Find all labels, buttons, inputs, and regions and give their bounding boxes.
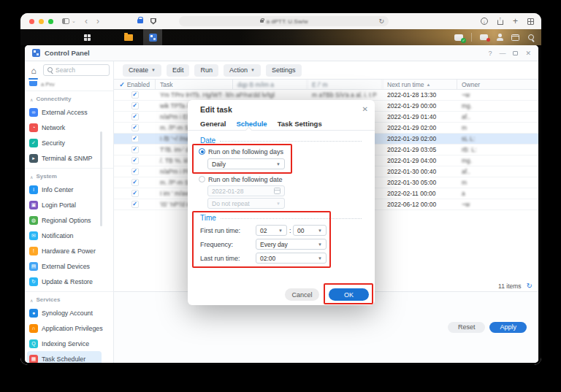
sidebar-item[interactable]: ▸ Terminal & SNMP bbox=[27, 150, 102, 166]
back-button[interactable]: ‹ bbox=[85, 16, 88, 26]
sidebar-item-label: Update & Restore bbox=[42, 278, 93, 285]
enabled-checkbox[interactable]: ✓ bbox=[131, 91, 139, 99]
ok-button[interactable]: OK bbox=[329, 288, 369, 301]
sidebar-section-header[interactable]: ∧ Services bbox=[25, 291, 113, 305]
column-blurred-2[interactable]: E /' m bbox=[308, 80, 383, 89]
widgets-icon[interactable] bbox=[511, 34, 519, 41]
table-row[interactable]: ✓ Ym TPrv IHTb. Hg/WT· lt/n aP/na'dd lv/… bbox=[114, 90, 538, 101]
cancel-button[interactable]: Cancel bbox=[285, 288, 319, 301]
new-tab-icon[interactable]: + bbox=[513, 17, 518, 26]
minute-select[interactable]: 00▼ bbox=[293, 225, 327, 236]
sidebar-item[interactable]: ✉ Notification bbox=[27, 228, 102, 243]
date-picker-disabled[interactable]: 2022-01-28 bbox=[207, 185, 285, 196]
sidebar-item-icon: ∞ bbox=[29, 108, 38, 117]
next-run-time: 2022-01-29 02:00 bbox=[383, 135, 457, 142]
home-button[interactable]: ⌂ bbox=[28, 64, 39, 77]
zoom-window-button[interactable] bbox=[48, 19, 53, 24]
sidebar-item[interactable]: ∞ External Access bbox=[27, 104, 102, 120]
user-menu-icon[interactable] bbox=[496, 34, 503, 41]
sidebar-item[interactable]: ✓ Security bbox=[27, 135, 102, 150]
notifications-icon[interactable] bbox=[480, 34, 488, 40]
help-button[interactable]: ? bbox=[488, 50, 492, 57]
time-section-header: Time bbox=[200, 214, 362, 222]
window-title: Control Panel bbox=[45, 49, 90, 57]
sidebar-item[interactable]: ◔ Network bbox=[27, 120, 102, 135]
sidebar-section-header[interactable]: ∧ Connectivity bbox=[25, 91, 113, 104]
frequency-select[interactable]: Every day▼ bbox=[256, 239, 327, 250]
enabled-checkbox[interactable]: ✓ bbox=[131, 157, 139, 164]
column-enabled[interactable]: ✓Enabled bbox=[114, 80, 156, 89]
sidebar-scrollbar[interactable] bbox=[100, 131, 102, 226]
column-next-run-time[interactable]: Next run time▲ bbox=[383, 80, 457, 89]
sidebar-search-box[interactable] bbox=[43, 64, 110, 76]
privacy-shield-icon[interactable] bbox=[150, 18, 156, 25]
tab-overview-icon[interactable] bbox=[527, 18, 534, 25]
enabled-checkbox[interactable]: ✓ bbox=[131, 146, 139, 153]
column-blurred-1[interactable]: dqp B m/im a bbox=[233, 80, 308, 89]
enabled-checkbox[interactable]: ✓ bbox=[131, 201, 139, 208]
radio-run-on-date[interactable] bbox=[199, 176, 205, 182]
action-button[interactable]: Action▼ bbox=[224, 64, 261, 77]
sidebar-item[interactable]: ∩ Application Privileges bbox=[27, 320, 102, 336]
last-run-select[interactable]: 02:00▼ bbox=[256, 253, 327, 264]
sidebar-item[interactable]: ● Synology Account bbox=[27, 305, 102, 320]
package-health-icon[interactable] bbox=[454, 34, 463, 41]
sidebar-item[interactable]: ▦ Task Scheduler bbox=[27, 351, 102, 363]
sidebar-item[interactable]: ▤ External Devices bbox=[27, 258, 102, 274]
tab-divider bbox=[188, 130, 375, 131]
search-icon[interactable] bbox=[527, 34, 535, 42]
close-window-button[interactable] bbox=[29, 19, 34, 24]
enabled-checkbox[interactable]: ✓ bbox=[131, 135, 139, 142]
chevron-down-icon[interactable]: ⌄ bbox=[72, 18, 76, 24]
edit-button[interactable]: Edit bbox=[167, 64, 190, 77]
sidebar-item-label: Security bbox=[42, 139, 65, 147]
hour-select[interactable]: 02▼ bbox=[256, 225, 287, 236]
enabled-checkbox[interactable]: ✓ bbox=[131, 190, 139, 197]
sidebar-item[interactable]: ↻ Update & Restore bbox=[27, 274, 102, 289]
refresh-icon[interactable]: ↻ bbox=[527, 283, 533, 290]
settings-button[interactable]: Settings bbox=[266, 64, 302, 77]
sidebar-item[interactable]: Q Indexing Service bbox=[27, 336, 102, 351]
enabled-checkbox[interactable]: ✓ bbox=[131, 179, 139, 186]
sidebar-item-label: Terminal & SNMP bbox=[42, 155, 92, 162]
control-panel-taskbar-button[interactable] bbox=[143, 29, 162, 45]
maximize-button[interactable] bbox=[513, 51, 518, 55]
column-owner[interactable]: Owner bbox=[457, 80, 538, 89]
column-task[interactable]: Task bbox=[156, 80, 233, 89]
chevron-down-icon: ▼ bbox=[151, 68, 156, 72]
days-select[interactable]: Daily▼ bbox=[207, 158, 285, 169]
sidebar-item[interactable]: i Info Center bbox=[27, 182, 102, 197]
owner-blurred: mg. bbox=[457, 157, 538, 164]
reload-icon[interactable]: ↻ bbox=[378, 18, 384, 25]
downloads-icon[interactable]: ↓ bbox=[481, 18, 488, 25]
enabled-checkbox[interactable]: ✓ bbox=[131, 124, 139, 131]
address-bar[interactable]: a dPTT: U.Sw/w ↻ bbox=[179, 16, 389, 26]
minimize-button[interactable]: — bbox=[499, 50, 505, 57]
create-button[interactable]: Create▼ bbox=[123, 64, 161, 77]
main-menu-button[interactable] bbox=[77, 29, 96, 45]
sidebar-item-icon: ∩ bbox=[29, 324, 38, 333]
reset-button[interactable]: Reset bbox=[448, 322, 486, 333]
enabled-checkbox[interactable]: ✓ bbox=[131, 168, 139, 175]
apply-button[interactable]: Apply bbox=[489, 322, 527, 333]
share-icon[interactable] bbox=[497, 20, 503, 25]
dialog-close-icon[interactable]: ✕ bbox=[362, 105, 368, 113]
sidebar-toggle-icon[interactable] bbox=[62, 18, 69, 24]
first-run-time-label: First run time: bbox=[200, 227, 240, 234]
sidebar-partial-item[interactable]: a Pxv bbox=[25, 79, 113, 88]
file-station-icon[interactable] bbox=[124, 34, 133, 41]
sidebar-item[interactable]: ▣ Login Portal bbox=[27, 197, 102, 212]
forward-button[interactable]: › bbox=[96, 16, 99, 26]
radio-run-on-days[interactable] bbox=[199, 148, 205, 155]
sidebar-item[interactable]: ◍ Regional Options bbox=[27, 212, 102, 228]
run-button[interactable]: Run bbox=[194, 64, 218, 77]
next-run-time: 2022-02-11 00:00 bbox=[383, 190, 457, 197]
close-button[interactable]: ✕ bbox=[525, 50, 531, 57]
repeat-select-disabled[interactable]: Do not repeat▼ bbox=[207, 198, 285, 209]
minimize-window-button[interactable] bbox=[39, 19, 44, 24]
enabled-checkbox[interactable]: ✓ bbox=[131, 113, 139, 120]
sidebar-item-icon: ◍ bbox=[29, 216, 38, 225]
search-input[interactable] bbox=[56, 66, 106, 74]
sidebar-item[interactable]: ! Hardware & Power bbox=[27, 243, 102, 258]
enabled-checkbox[interactable]: ✓ bbox=[131, 102, 139, 109]
